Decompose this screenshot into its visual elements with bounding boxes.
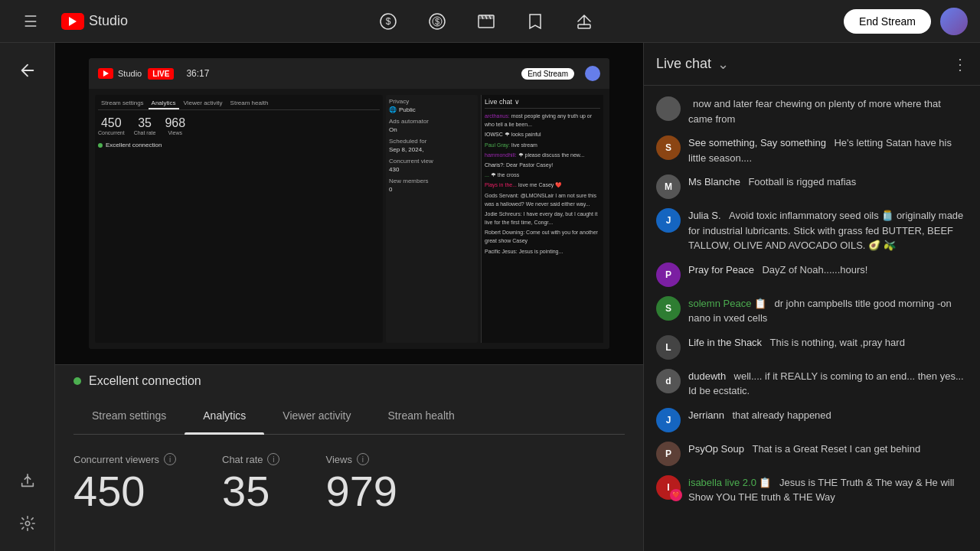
msg-name: PsyOp Soup (688, 443, 744, 455)
msg-content: isabella live 2.0 📋 Jesus is THE Truth &… (688, 475, 968, 505)
chat-message: d dudewth well.... if it REALLY is comin… (644, 364, 980, 403)
content-area: Studio LIVE 36:17 End Stream (55, 43, 643, 551)
inner-avatar[interactable] (585, 66, 600, 81)
msg-avatar: I ❤️ (656, 475, 681, 500)
chat-messages: now and later fear chewing on plenty of … (644, 86, 980, 551)
msg-text: well.... if it REALLY is coming to an en… (688, 370, 964, 397)
mini-viewer-activity: Viewer activity (181, 98, 226, 109)
msg-text: This is nothing, wait ,pray hard (770, 337, 905, 348)
metric-chat-rate: Chat rate i 35 (222, 453, 279, 513)
msg-text: Football is rigged mafias (748, 176, 856, 187)
live-badge: LIVE (148, 68, 174, 80)
msg-avatar: L (656, 335, 681, 360)
msg-content: dudewth well.... if it REALLY is coming … (688, 369, 968, 399)
settings-icon[interactable] (9, 505, 46, 542)
msg-content: Ms Blanche Football is rigged mafias (688, 174, 968, 190)
chat-message: P PsyOp Soup That is a Great Reset I can… (644, 437, 980, 471)
svg-point-11 (25, 521, 30, 526)
msg-avatar: S (656, 296, 681, 321)
msg-name: Pray for Peace (688, 264, 754, 276)
msg-avatar: P (656, 442, 681, 466)
msg-text: now and later fear chewing on plenty of … (688, 98, 941, 125)
inner-end-stream-button[interactable]: End Stream (521, 68, 574, 80)
chat-rate-value: 35 (222, 470, 279, 513)
msg-avatar: P (656, 262, 681, 287)
svg-text:$: $ (434, 17, 439, 26)
chat-title-row: Live chat ⌄ (656, 56, 729, 73)
video-section: Studio LIVE 36:17 End Stream (55, 43, 643, 364)
msg-name: Ms Blanche (688, 176, 740, 187)
views-info-icon[interactable]: i (357, 453, 369, 465)
end-stream-button[interactable]: End Stream (844, 9, 931, 34)
chat-more-icon[interactable]: ⋮ (952, 55, 968, 73)
tab-stream-health[interactable]: Stream health (370, 397, 473, 434)
msg-text: that already happened (732, 409, 831, 421)
msg-avatar: S (656, 135, 681, 160)
top-nav: ☰ Studio $ $ (0, 0, 980, 43)
msg-content: Julia S. Avoid toxic inflammatory seed o… (688, 208, 968, 253)
chat-message: J Julia S. Avoid toxic inflammatory seed… (644, 204, 980, 258)
nav-right: End Stream (844, 8, 968, 35)
share-icon[interactable] (569, 6, 599, 37)
chat-message: P Pray for Peace DayZ of Noah......hours… (644, 258, 980, 292)
chat-dropdown-icon[interactable]: ⌄ (717, 56, 729, 73)
chat-header: Live chat ⌄ ⋮ (644, 43, 980, 86)
chat-title: Live chat (656, 56, 711, 72)
chat-message: I ❤️ isabella live 2.0 📋 Jesus is THE Tr… (644, 471, 980, 510)
hamburger-menu-icon[interactable]: ☰ (12, 3, 49, 40)
stream-timer: 36:17 (186, 68, 209, 79)
stream-inner-header: Studio LIVE 36:17 End Stream (89, 58, 609, 89)
msg-name: Life in the Shack (688, 337, 762, 348)
msg-text: DayZ of Noah......hours! (762, 264, 867, 276)
msg-avatar: d (656, 369, 681, 393)
stream-content: Stream settings Analytics Viewer activit… (89, 89, 609, 349)
msg-name: Jerriann (688, 409, 724, 421)
msg-name: See something, Say something (688, 137, 826, 148)
msg-avatar: J (656, 208, 681, 233)
left-sidebar (0, 43, 55, 551)
concurrent-info-icon[interactable]: i (164, 453, 176, 465)
stream-inner-preview: Studio LIVE 36:17 End Stream (89, 58, 609, 349)
yt-icon (61, 13, 84, 30)
connection-label: Excellent connection (89, 374, 201, 388)
back-button[interactable] (9, 52, 46, 89)
bookmark-icon[interactable] (520, 6, 550, 37)
monetize-icon-1[interactable]: $ (373, 6, 403, 37)
msg-name: dudewth (688, 370, 726, 382)
main-layout: Studio LIVE 36:17 End Stream (0, 43, 980, 551)
svg-text:$: $ (385, 16, 390, 27)
chat-message: now and later fear chewing on plenty of … (644, 92, 980, 131)
analytics-section: Stream settings Analytics Viewer activit… (55, 397, 643, 551)
concurrent-viewers-label: Concurrent viewers (74, 454, 159, 465)
metric-views: Views i 979 (325, 453, 397, 513)
msg-text: That is a Great Reset I can get behind (752, 443, 920, 455)
mini-stream-settings: Stream settings (98, 98, 147, 109)
msg-avatar: M (656, 174, 681, 199)
live-chat-panel: Live chat ⌄ ⋮ now and later fear chewing… (643, 43, 980, 551)
youtube-logo: Studio (61, 13, 128, 30)
chat-message: S See something, Say something He's lett… (644, 131, 980, 170)
export-icon[interactable] (9, 462, 46, 499)
msg-avatar (656, 96, 681, 121)
msg-content: Life in the Shack This is nothing, wait … (688, 335, 968, 350)
studio-label: Studio (89, 13, 128, 29)
clapboard-icon[interactable] (471, 6, 501, 37)
svg-rect-10 (578, 24, 590, 28)
chat-rate-label: Chat rate (222, 454, 263, 465)
msg-avatar: J (656, 408, 681, 432)
msg-content: Pray for Peace DayZ of Noah......hours! (688, 262, 968, 278)
chat-message: L Life in the Shack This is nothing, wai… (644, 331, 980, 364)
views-label: Views (325, 454, 351, 465)
msg-name: solemn Peace 📋 (688, 298, 766, 309)
mini-analytics: Analytics (149, 98, 179, 109)
user-avatar[interactable] (940, 8, 968, 35)
views-value: 979 (325, 470, 397, 513)
chat-rate-info-icon[interactable]: i (267, 453, 279, 465)
tab-stream-settings[interactable]: Stream settings (74, 397, 185, 434)
video-preview: Studio LIVE 36:17 End Stream (55, 43, 643, 364)
tab-viewer-activity[interactable]: Viewer activity (264, 397, 369, 434)
tabs-row: Stream settings Analytics Viewer activit… (74, 397, 625, 435)
msg-name: Julia S. (688, 210, 721, 221)
monetize-icon-2[interactable]: $ (422, 6, 452, 37)
tab-analytics[interactable]: Analytics (185, 397, 264, 434)
